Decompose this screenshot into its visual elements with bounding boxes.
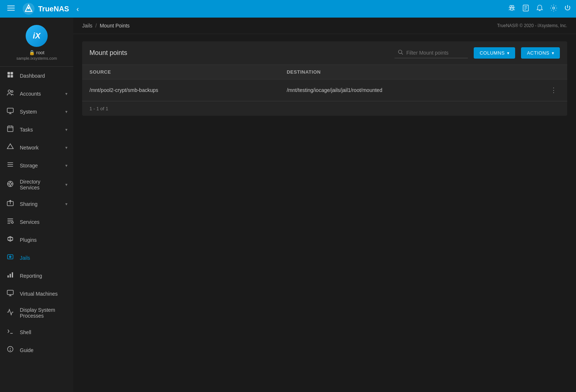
bug-icon-button[interactable] xyxy=(508,4,516,14)
user-avatar: iX xyxy=(26,25,48,47)
storage-icon xyxy=(6,161,15,170)
hamburger-button[interactable] xyxy=(4,3,18,15)
actions-chevron-icon: ▾ xyxy=(552,51,554,56)
columns-chevron-icon: ▾ xyxy=(507,51,510,56)
search-input[interactable] xyxy=(406,50,465,56)
breadcrumb-jails-link[interactable]: Jails xyxy=(82,23,92,29)
svg-point-18 xyxy=(8,90,11,93)
svg-point-32 xyxy=(9,182,12,185)
svg-point-43 xyxy=(11,222,13,223)
sidebar-item-tasks[interactable]: Tasks ▾ xyxy=(0,121,73,138)
reporting-icon xyxy=(6,271,15,280)
table-body: /mnt/pool2-crypt/smb-backups /mnt/testin… xyxy=(82,79,567,101)
pagination-text: 1 - 1 of 1 xyxy=(89,106,108,111)
plugins-icon xyxy=(6,235,15,244)
avatar-text: iX xyxy=(33,31,41,41)
bell-icon-button[interactable] xyxy=(536,4,544,14)
sidebar-item-directory-services[interactable]: Directory Services ▾ xyxy=(0,174,73,195)
header-right xyxy=(508,4,572,14)
tasks-icon xyxy=(6,125,15,134)
network-icon xyxy=(6,143,15,152)
back-button[interactable]: ‹ xyxy=(73,3,82,15)
cell-destination: /mnt/testing/iocage/jails/jail1/root/mou… xyxy=(279,79,540,101)
sharing-chevron-icon: ▾ xyxy=(65,201,67,207)
sidebar-item-label: Dashboard xyxy=(20,73,67,79)
svg-point-7 xyxy=(512,5,514,7)
sidebar-item-guide[interactable]: Guide xyxy=(0,341,73,359)
svg-rect-14 xyxy=(8,72,10,75)
shell-icon xyxy=(6,328,15,337)
svg-point-60 xyxy=(399,50,402,53)
svg-point-6 xyxy=(510,5,512,7)
sidebar-item-shell[interactable]: Shell xyxy=(0,323,73,341)
svg-rect-0 xyxy=(7,5,15,6)
sidebar-item-label: Services xyxy=(20,219,67,225)
guide-icon xyxy=(6,345,15,355)
breadcrumb-separator: / xyxy=(95,23,97,29)
columns-button[interactable]: COLUMNS ▾ xyxy=(474,47,515,59)
svg-point-5 xyxy=(27,7,29,9)
cell-row-actions[interactable]: ⋮ xyxy=(540,79,567,101)
content-area: Jails / Mount Points TrueNAS® © 2020 - i… xyxy=(73,18,576,392)
sidebar-item-label: Network xyxy=(20,145,60,151)
sidebar-item-label: Shell xyxy=(20,329,67,335)
virtual-machines-icon xyxy=(6,289,15,298)
notes-icon-button[interactable] xyxy=(522,4,530,14)
sidebar-item-label: Sharing xyxy=(20,201,60,207)
system-chevron-icon: ▾ xyxy=(65,109,67,114)
sidebar-item-label: Jails xyxy=(20,255,67,261)
sidebar-item-label: Plugins xyxy=(20,237,67,243)
column-source: Source xyxy=(82,65,279,79)
sidebar-item-label: Guide xyxy=(20,347,67,353)
sidebar-item-dashboard[interactable]: Dashboard xyxy=(0,67,73,85)
directory-services-chevron-icon: ▾ xyxy=(65,182,67,187)
svg-rect-1 xyxy=(7,8,15,8)
network-chevron-icon: ▾ xyxy=(65,145,67,150)
storage-chevron-icon: ▾ xyxy=(65,163,67,168)
copyright-text: TrueNAS® © 2020 - iXsystems, Inc. xyxy=(497,23,567,28)
sidebar-item-reporting[interactable]: Reporting xyxy=(0,267,73,285)
display-system-processes-icon xyxy=(6,308,15,318)
page-title: Mount points xyxy=(89,49,389,57)
svg-rect-50 xyxy=(8,275,9,278)
sidebar-item-label: System xyxy=(20,109,60,115)
row-menu-button[interactable]: ⋮ xyxy=(547,85,560,96)
column-actions xyxy=(540,65,567,79)
sidebar-item-storage[interactable]: Storage ▾ xyxy=(0,156,73,174)
page-content: Mount points COLUMNS ▾ ACTIONS ▾ xyxy=(73,34,576,392)
sidebar-item-label: Storage xyxy=(20,163,60,169)
truenas-logo-icon xyxy=(22,2,35,15)
sidebar-item-label: Display System Processes xyxy=(20,307,67,319)
sidebar-item-plugins[interactable]: Plugins xyxy=(0,231,73,249)
svg-rect-23 xyxy=(8,126,13,132)
svg-point-13 xyxy=(553,7,555,9)
sidebar-item-jails[interactable]: Jails xyxy=(0,249,73,267)
sidebar-item-network[interactable]: Network ▾ xyxy=(0,138,73,156)
settings-icon-button[interactable] xyxy=(550,4,558,14)
breadcrumb-mount-points: Mount Points xyxy=(100,23,130,29)
svg-rect-15 xyxy=(11,72,13,75)
sidebar-item-display-system-processes[interactable]: Display System Processes xyxy=(0,303,73,323)
svg-marker-27 xyxy=(7,144,14,149)
actions-button[interactable]: ACTIONS ▾ xyxy=(521,47,560,59)
search-box[interactable] xyxy=(395,48,468,58)
sidebar-item-system[interactable]: System ▾ xyxy=(0,103,73,121)
svg-point-49 xyxy=(10,256,11,257)
svg-point-19 xyxy=(11,90,13,92)
sidebar-item-label: Reporting xyxy=(20,273,67,279)
lock-icon: 🔒 xyxy=(29,50,35,55)
sidebar-item-accounts[interactable]: Accounts ▾ xyxy=(0,85,73,103)
sidebar-item-label: Directory Services xyxy=(20,179,60,191)
breadcrumb-bar: Jails / Mount Points TrueNAS® © 2020 - i… xyxy=(73,18,576,34)
sidebar-item-sharing[interactable]: Sharing ▾ xyxy=(0,195,73,213)
sidebar-item-services[interactable]: Services xyxy=(0,213,73,231)
header-left: TrueNAS ‹ xyxy=(4,2,82,15)
power-icon-button[interactable] xyxy=(564,4,572,14)
app-name: TrueNAS xyxy=(38,5,69,13)
column-destination: Destination xyxy=(279,65,540,79)
sidebar-item-virtual-machines[interactable]: Virtual Machines xyxy=(0,285,73,303)
cell-source: /mnt/pool2-crypt/smb-backups xyxy=(82,79,279,101)
accounts-chevron-icon: ▾ xyxy=(65,91,67,96)
search-icon xyxy=(397,49,403,56)
jails-icon xyxy=(6,253,15,262)
